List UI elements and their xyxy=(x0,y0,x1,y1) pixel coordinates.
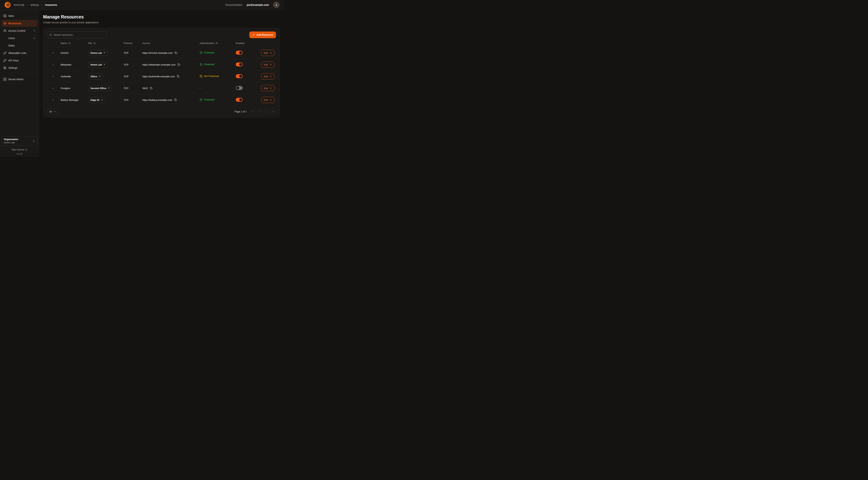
table-toolbar: Add Resource xyxy=(47,31,276,38)
sidebar-item-sites[interactable]: Sites xyxy=(1,12,37,19)
sidebar-item-access-control[interactable]: Access Control xyxy=(1,27,37,34)
next-page-button[interactable] xyxy=(264,109,269,114)
edit-label: Edit xyxy=(264,63,268,66)
plus-icon xyxy=(252,33,255,36)
access-cell: https://authentik.example.com xyxy=(143,75,180,78)
table-body: Immich Home Lab TCP https://immich.examp… xyxy=(47,47,276,106)
sidebar-item-label: Users xyxy=(8,37,15,40)
resources-card: Add Resource Name xyxy=(43,28,280,117)
sidebar-item-shareable-links[interactable]: Shareable Links xyxy=(1,50,37,57)
topbar: home-lab settings resources Documentatio… xyxy=(0,0,284,10)
last-page-button[interactable] xyxy=(271,109,276,114)
edit-button[interactable]: Edit xyxy=(261,73,275,80)
row-menu-button[interactable] xyxy=(51,63,55,67)
arrow-right-icon xyxy=(269,52,272,54)
row-menu-button[interactable] xyxy=(51,51,55,55)
enabled-toggle[interactable] xyxy=(236,51,243,55)
enabled-toggle[interactable] xyxy=(236,98,243,102)
copy-icon xyxy=(177,75,179,78)
copy-button[interactable] xyxy=(150,87,153,90)
column-name[interactable]: Name xyxy=(61,39,88,47)
site-link-button[interactable]: Edge 01 xyxy=(88,97,105,103)
sidebar-bottom: Organization Home Lab Open Source v1.3.0 xyxy=(1,136,37,155)
edit-label: Edit xyxy=(264,99,268,101)
organization-label: Organization xyxy=(4,138,18,141)
breadcrumb-home-lab[interactable]: home-lab xyxy=(14,3,24,6)
copy-button[interactable] xyxy=(177,75,180,78)
chevron-right-icon xyxy=(33,37,36,40)
sidebar-item-users[interactable]: Users xyxy=(1,35,37,41)
row-access: 5432 xyxy=(143,87,148,90)
copy-icon xyxy=(175,52,177,54)
open-source-link[interactable]: Open Source xyxy=(1,148,37,151)
table-row: Bitwarden Home Lab TCP https://bitwarden… xyxy=(47,59,276,70)
app-version: v1.3.0 xyxy=(1,153,37,155)
search-box xyxy=(47,31,106,38)
column-authentication[interactable]: Authentication xyxy=(199,39,236,47)
row-access: https://authentik.example.com xyxy=(143,75,175,78)
chevron-left-icon xyxy=(258,111,261,113)
previous-page-button[interactable] xyxy=(257,109,262,114)
site-link-button[interactable]: Home Lab xyxy=(88,50,108,56)
row-protocol: TCP xyxy=(124,52,128,54)
edit-button[interactable]: Edit xyxy=(261,62,275,68)
enabled-toggle[interactable] xyxy=(236,62,243,66)
edit-button[interactable]: Edit xyxy=(261,50,275,56)
copy-button[interactable] xyxy=(174,98,177,101)
add-resource-button[interactable]: Add Resource xyxy=(249,31,276,38)
enabled-toggle[interactable] xyxy=(236,74,243,78)
enabled-toggle[interactable] xyxy=(236,86,243,90)
first-page-button[interactable] xyxy=(250,109,255,114)
table-header-row: Name Site Protocol Access xyxy=(47,39,276,47)
add-resource-label: Add Resource xyxy=(256,33,273,36)
row-menu-button[interactable] xyxy=(51,74,55,79)
breadcrumb-settings[interactable]: settings xyxy=(30,3,39,6)
auth-badge: Protected xyxy=(199,63,214,66)
copy-button[interactable] xyxy=(177,63,180,66)
arrow-up-right-icon xyxy=(107,87,110,89)
toggle-knob xyxy=(239,98,242,101)
page-size-select[interactable]: 20 xyxy=(47,109,58,114)
shell: Sites Resources Access Control xyxy=(0,10,284,157)
site-link-button[interactable]: Office xyxy=(88,73,103,80)
chevrons-right-icon xyxy=(272,111,275,113)
row-menu-button[interactable] xyxy=(51,98,55,102)
organization-value: Home Lab xyxy=(4,141,18,144)
column-label: Authentication xyxy=(199,42,214,44)
row-menu-button[interactable] xyxy=(51,86,55,90)
access-cell: https://battery.example.com xyxy=(143,98,177,101)
organization-selector[interactable]: Organization Home Lab xyxy=(1,136,37,146)
copy-button[interactable] xyxy=(174,51,178,55)
edit-button[interactable]: Edit xyxy=(261,97,275,103)
search-input[interactable] xyxy=(54,33,104,36)
chevron-down-icon xyxy=(33,30,36,32)
row-access: https://immich.example.com xyxy=(143,52,173,54)
site-link-button[interactable]: Home Lab xyxy=(88,62,108,68)
row-name: Bitwarden xyxy=(61,63,71,66)
site-pill-label: Home Lab xyxy=(91,52,102,54)
sidebar-item-api-keys[interactable]: API Keys xyxy=(1,57,37,64)
page-info: Page 1 of 1 xyxy=(235,110,247,113)
avatar[interactable]: J xyxy=(273,2,279,8)
auth-label: Protected xyxy=(204,63,214,66)
edit-button[interactable]: Edit xyxy=(261,85,275,91)
site-link-button[interactable]: Second Office xyxy=(88,85,112,91)
chevron-down-icon xyxy=(54,111,56,113)
column-label: Name xyxy=(61,42,67,44)
access-cell: https://bitwarden.example.com xyxy=(143,63,180,66)
sidebar-item-roles[interactable]: Roles xyxy=(1,42,37,49)
chevron-right-icon xyxy=(26,4,28,6)
column-protocol: Protocol xyxy=(124,39,143,47)
row-name: Battery Manager xyxy=(61,99,79,101)
documentation-link[interactable]: Documentation xyxy=(225,3,242,6)
sidebar-item-server-admin[interactable]: Server Admin xyxy=(1,76,37,83)
column-label: Protocol xyxy=(124,42,132,44)
row-protocol: TCP xyxy=(124,63,128,66)
sidebar-item-settings[interactable]: Settings xyxy=(1,64,37,71)
breadcrumb: home-lab settings resources xyxy=(14,3,57,6)
table-row: Authentik Office TCP https://authentik.e… xyxy=(47,70,276,82)
user-email-menu[interactable]: joe@example.com xyxy=(247,3,269,6)
column-site[interactable]: Site xyxy=(88,39,124,47)
arrow-right-icon xyxy=(269,87,272,89)
sidebar-item-resources[interactable]: Resources xyxy=(1,20,37,27)
